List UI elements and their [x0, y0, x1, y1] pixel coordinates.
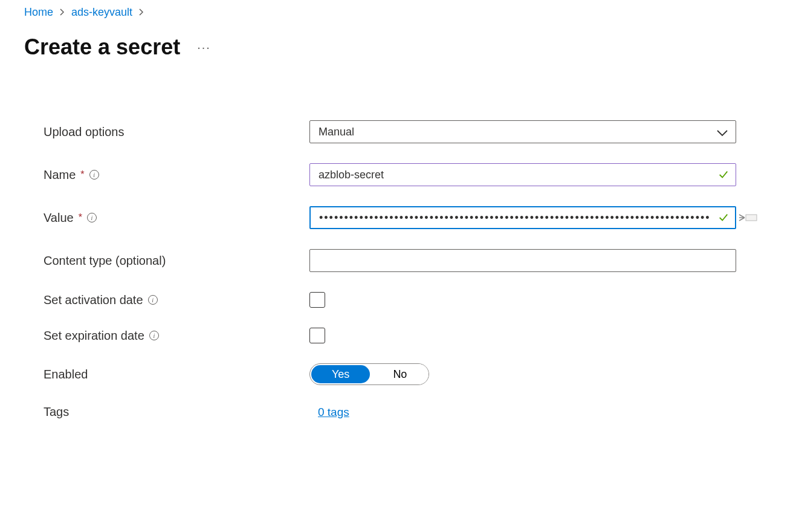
row-upload-options: Upload options Manual — [44, 120, 796, 143]
row-value: Value * i — [44, 206, 796, 229]
upload-options-select[interactable]: Manual — [309, 120, 736, 143]
expiration-date-label: Set expiration date — [44, 329, 144, 343]
activation-date-label: Set activation date — [44, 293, 143, 307]
enabled-toggle: Yes No — [309, 363, 429, 385]
row-tags: Tags 0 tags — [44, 405, 796, 419]
row-name: Name * i — [44, 163, 796, 186]
enabled-no-button[interactable]: No — [371, 364, 429, 384]
required-indicator: * — [79, 212, 82, 223]
info-icon[interactable]: i — [87, 213, 97, 222]
value-label: Value — [44, 211, 74, 225]
enabled-yes-button[interactable]: Yes — [311, 365, 370, 383]
tags-link[interactable]: 0 tags — [318, 406, 349, 418]
row-expiration-date: Set expiration date i — [44, 328, 796, 343]
enabled-label: Enabled — [44, 368, 88, 381]
expiration-date-checkbox[interactable] — [309, 328, 325, 343]
value-input[interactable] — [309, 206, 736, 229]
more-actions-button[interactable]: ··· — [197, 41, 211, 54]
breadcrumb-home[interactable]: Home — [24, 6, 53, 19]
row-enabled: Enabled Yes No — [44, 363, 796, 385]
breadcrumb: Home ads-keyvault — [24, 6, 796, 19]
page-title: Create a secret — [24, 34, 180, 60]
chevron-right-icon — [59, 7, 65, 18]
content-type-input[interactable] — [309, 249, 736, 272]
tags-label: Tags — [44, 405, 69, 419]
upload-options-label: Upload options — [44, 125, 124, 139]
upload-options-value: Manual — [319, 126, 354, 138]
info-icon[interactable]: i — [149, 331, 159, 340]
row-content-type: Content type (optional) — [44, 249, 796, 272]
breadcrumb-keyvault[interactable]: ads-keyvault — [71, 6, 132, 19]
row-activation-date: Set activation date i — [44, 292, 796, 308]
info-icon[interactable]: i — [89, 170, 99, 180]
name-label: Name — [44, 168, 76, 182]
chevron-right-icon — [138, 7, 144, 18]
svg-rect-0 — [746, 215, 757, 221]
content-type-label: Content type (optional) — [44, 254, 166, 268]
create-secret-form: Upload options Manual Name * i Value * — [24, 120, 796, 419]
title-row: Create a secret ··· — [24, 34, 796, 60]
name-input[interactable] — [309, 163, 736, 186]
check-icon — [718, 212, 729, 223]
arrow-left-icon — [739, 212, 758, 223]
required-indicator: * — [80, 169, 84, 180]
check-icon — [718, 169, 729, 180]
info-icon[interactable]: i — [148, 295, 158, 305]
activation-date-checkbox[interactable] — [309, 292, 325, 308]
